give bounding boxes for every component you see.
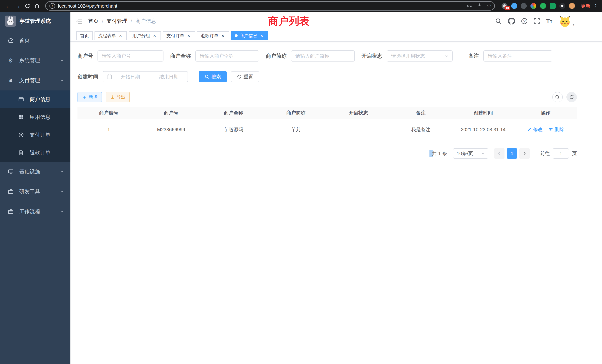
short-name-input[interactable]: [291, 50, 355, 62]
extension-icon-pinwheel[interactable]: [559, 3, 565, 9]
browser-update-button[interactable]: 更新: [581, 3, 590, 9]
tab-process-form[interactable]: 流程表单 ×: [95, 31, 127, 40]
search-form-row-2: 创建时间 开始日期 - 结束日期 搜索: [77, 71, 577, 82]
sidebar-item-infra[interactable]: 基础设施: [0, 162, 70, 182]
current-page-button[interactable]: 1: [507, 148, 517, 159]
extension-icon-blue-drop[interactable]: [511, 3, 517, 9]
search-button[interactable]: 搜索: [199, 71, 227, 82]
field-label: 商户简称: [266, 53, 287, 60]
tab-label: 首页: [80, 33, 89, 39]
help-icon[interactable]: ?: [521, 18, 527, 24]
extension-icon-green-square[interactable]: [550, 3, 556, 9]
next-page-button[interactable]: [519, 148, 530, 159]
sidebar-item-label: 支付订单: [30, 131, 50, 139]
app-shell: 芋道管理系统 首页 ⚙ 系统管理 ¥ 支付管理: [0, 12, 602, 364]
sidebar-item-pay-order[interactable]: 支付订单: [0, 126, 70, 144]
page-size-select[interactable]: 10条/页: [453, 148, 488, 159]
logo-avatar: [5, 16, 16, 27]
date-range-picker[interactable]: 开始日期 - 结束日期: [103, 71, 188, 82]
sidebar-item-refund-order[interactable]: 退款订单: [0, 144, 70, 162]
column-header: 商户编号: [77, 110, 140, 116]
prev-page-button[interactable]: [494, 148, 505, 159]
address-bar[interactable]: i localhost:1024/pay/merchant ☆: [45, 1, 495, 11]
cell-create-time: 2021-10-23 08:31:14: [452, 127, 515, 132]
tags-view: 首页 流程表单 × 用户分组 × 支付订单 ×: [70, 30, 602, 42]
document-icon: [17, 150, 25, 155]
tab-label: 流程表单: [98, 33, 116, 39]
tab-merchant-info[interactable]: 商户信息 ×: [231, 31, 268, 40]
user-avatar: [559, 15, 571, 27]
pagination: 共 1 条 10条/页 1 前往 页: [77, 148, 577, 159]
merchant-no-input[interactable]: [97, 50, 163, 62]
sidebar-item-merchant-info[interactable]: 商户信息: [0, 90, 70, 108]
sidebar-fold-icon[interactable]: [76, 18, 83, 24]
font-size-icon[interactable]: TT: [546, 18, 552, 24]
status-select[interactable]: 请选择开启状态: [387, 50, 453, 62]
column-header: 备注: [390, 110, 452, 116]
sidebar-item-app-info[interactable]: 应用信息: [0, 108, 70, 126]
user-menu[interactable]: ▾: [559, 15, 575, 27]
remark-input[interactable]: [483, 50, 552, 62]
merchant-table: 商户编号 商户号 商户全称 商户简称 开启状态 备注 创建时间 操作 1 M23…: [77, 107, 577, 140]
delete-link[interactable]: 删除: [549, 126, 564, 133]
browser-forward-icon[interactable]: →: [13, 1, 22, 10]
extension-icon-green-circle[interactable]: [540, 3, 546, 9]
extension-icon-multicolor[interactable]: [530, 3, 536, 9]
screen: ← → i localhost:1024/pay/merchant ☆: [0, 0, 602, 364]
grid-icon: [17, 115, 25, 120]
toggle-search-button[interactable]: [552, 92, 563, 102]
extensions-puzzle-icon[interactable]: 10: [502, 3, 507, 9]
site-info-icon[interactable]: i: [50, 3, 55, 9]
sidebar-item-payment[interactable]: ¥ 支付管理: [0, 70, 70, 90]
sidebar-item-system[interactable]: ⚙ 系统管理: [0, 50, 70, 70]
logo[interactable]: 芋道管理系统: [0, 12, 70, 30]
select-placeholder: 请选择开启状态: [391, 53, 425, 59]
sidebar-item-home[interactable]: 首页: [0, 30, 70, 50]
tab-close-icon[interactable]: ×: [259, 33, 264, 38]
top-navbar: 首页 / 支付管理 / 商户信息 ?: [70, 12, 602, 30]
tab-pay-order[interactable]: 支付订单 ×: [163, 31, 195, 40]
tab-close-icon[interactable]: ×: [152, 33, 157, 38]
bookmark-star-icon[interactable]: ☆: [487, 3, 491, 9]
tab-user-group[interactable]: 用户分组 ×: [129, 31, 161, 40]
search-icon[interactable]: [495, 18, 502, 24]
github-icon[interactable]: [508, 18, 515, 25]
refresh-table-button[interactable]: [566, 92, 577, 102]
reset-button[interactable]: 重置: [231, 71, 259, 82]
extension-icon-avatar[interactable]: [569, 3, 575, 9]
sidebar-item-workflow[interactable]: 工作流程: [0, 202, 70, 222]
breadcrumb-payment[interactable]: 支付管理: [107, 18, 127, 25]
password-key-icon[interactable]: [467, 3, 472, 9]
toggle-knob: [352, 130, 357, 136]
app-title: 芋道管理系统: [20, 18, 51, 25]
navbar-actions: ? TT: [495, 15, 575, 27]
tab-close-icon[interactable]: ×: [186, 33, 191, 38]
add-button[interactable]: ＋ 新增: [77, 92, 102, 102]
sidebar-item-label: 应用信息: [30, 114, 50, 121]
export-button[interactable]: 导出: [106, 92, 130, 102]
tab-close-icon[interactable]: ×: [118, 33, 123, 38]
column-header: 商户号: [140, 110, 202, 116]
browser-menu-icon[interactable]: ⋮: [593, 3, 598, 9]
bank-card-icon: [17, 96, 25, 102]
chevron-down-icon: [60, 190, 64, 193]
full-name-input[interactable]: [195, 50, 259, 62]
page-content: 商户号 商户全称 商户简称 开启状态 请选择开启状态: [70, 42, 602, 364]
goto-page-input[interactable]: [553, 148, 569, 159]
tab-home[interactable]: 首页: [76, 31, 93, 40]
field-label: 创建时间: [77, 73, 98, 80]
breadcrumb-home[interactable]: 首页: [88, 18, 99, 25]
fullscreen-icon[interactable]: [534, 18, 540, 24]
column-header: 商户全称: [202, 110, 265, 116]
share-icon[interactable]: [477, 3, 482, 9]
extension-badge: 10: [505, 6, 510, 10]
edit-link[interactable]: 修改: [527, 126, 543, 133]
browser-reload-icon[interactable]: [23, 1, 32, 10]
tab-refund-order[interactable]: 退款订单 ×: [197, 31, 229, 40]
extension-icon-dark-ring[interactable]: [521, 3, 527, 9]
browser-back-icon[interactable]: ←: [4, 1, 13, 10]
sidebar-item-label: 基础设施: [19, 168, 40, 175]
browser-home-icon[interactable]: [33, 1, 42, 10]
tab-close-icon[interactable]: ×: [220, 33, 225, 38]
sidebar-item-devtools[interactable]: 研发工具: [0, 182, 70, 202]
